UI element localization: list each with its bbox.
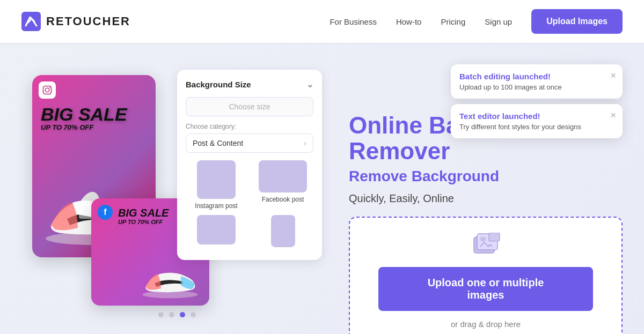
category-value: Post & Content	[193, 139, 243, 147]
logo[interactable]: RETOUCHER	[21, 12, 130, 31]
category-row[interactable]: Post & Content ›	[186, 133, 313, 153]
notifications-container: Batch editing launched! Upload up to 100…	[451, 64, 623, 138]
upload-images-main-button[interactable]: Upload one or multiple images	[378, 267, 593, 311]
notification-1-body: Upload up to 100 images at once	[459, 83, 599, 91]
dot-2[interactable]	[169, 312, 174, 317]
svg-rect-1	[43, 86, 52, 94]
dot-1[interactable]	[158, 312, 164, 317]
sneaker-image-2	[135, 256, 205, 301]
main-nav: For Business How-to Pricing Sign up Uplo…	[330, 9, 623, 34]
hero-tagline: Quickly, Easily, Online	[349, 192, 623, 205]
notification-2-body: Try different font styles for your desig…	[459, 123, 599, 131]
notification-1-close[interactable]: ×	[610, 71, 616, 80]
size-option-3-preview	[197, 215, 236, 244]
sale-card-1-discount: UP TO 70% OFF	[41, 123, 151, 131]
nav-how-to[interactable]: How-to	[396, 17, 422, 26]
category-label: Choose category:	[186, 123, 313, 130]
upload-box: Upload one or multiple images or drag & …	[349, 217, 623, 334]
size-option-4-preview	[271, 215, 295, 247]
upload-images-button[interactable]: Upload Images	[531, 9, 623, 34]
bg-panel-title-text: Background Size	[186, 80, 251, 89]
sale-card-1-badge: BIG SALE	[41, 105, 151, 123]
main-content: BIG SALE UP TO 70% OFF	[0, 43, 644, 334]
background-size-panel: Background Size ⌄ Choose size Choose cat…	[177, 70, 322, 260]
size-options-grid: Instagram post Facebook post	[186, 160, 313, 250]
facebook-post-preview	[259, 160, 307, 192]
logo-icon	[21, 12, 41, 31]
size-option-4[interactable]	[252, 215, 313, 250]
header: RETOUCHER For Business How-to Pricing Si…	[0, 0, 644, 43]
notification-1-title: Batch editing launched!	[459, 72, 599, 81]
notification-2-close[interactable]: ×	[610, 110, 616, 120]
right-content-section: Batch editing launched! Upload up to 100…	[333, 64, 623, 334]
svg-rect-10	[489, 233, 500, 241]
svg-point-2	[45, 88, 49, 92]
svg-point-3	[49, 87, 50, 88]
facebook-icon: f	[98, 205, 113, 220]
hero-images-section: BIG SALE UP TO 70% OFF	[21, 70, 333, 327]
size-option-3[interactable]	[186, 215, 247, 250]
upload-icon	[470, 233, 502, 258]
nav-pricing[interactable]: Pricing	[441, 17, 465, 26]
sale-card-1-text: BIG SALE UP TO 70% OFF	[41, 105, 151, 131]
svg-rect-9	[480, 237, 486, 241]
nav-sign-up[interactable]: Sign up	[485, 17, 512, 26]
chevron-down-icon: ⌄	[306, 79, 313, 90]
notification-2: Text editor launched! Try different font…	[451, 104, 623, 138]
carousel-dots	[158, 312, 196, 317]
facebook-post-label: Facebook post	[262, 196, 304, 203]
instagram-icon	[39, 81, 56, 99]
hero-subtitle: Remove Background	[349, 168, 623, 185]
notification-1: Batch editing launched! Upload up to 100…	[451, 64, 623, 99]
instagram-post-label: Instagram post	[195, 202, 237, 210]
bg-panel-title: Background Size ⌄	[186, 79, 313, 90]
upload-icon-wrap	[470, 233, 502, 258]
instagram-post-preview	[197, 160, 236, 199]
chevron-right-icon: ›	[304, 139, 306, 147]
drag-drop-text: or drag & drop here	[451, 320, 521, 329]
instagram-post-option[interactable]: Instagram post	[186, 160, 247, 210]
dot-4[interactable]	[191, 312, 196, 317]
dot-3[interactable]	[180, 312, 185, 317]
facebook-post-option[interactable]: Facebook post	[252, 160, 313, 210]
notification-2-title: Text editor launched!	[459, 112, 599, 121]
choose-size-placeholder: Choose size	[229, 102, 270, 111]
choose-size-input[interactable]: Choose size	[186, 97, 313, 116]
nav-for-business[interactable]: For Business	[330, 17, 377, 26]
svg-rect-0	[21, 12, 41, 31]
logo-text: RETOUCHER	[46, 14, 130, 28]
